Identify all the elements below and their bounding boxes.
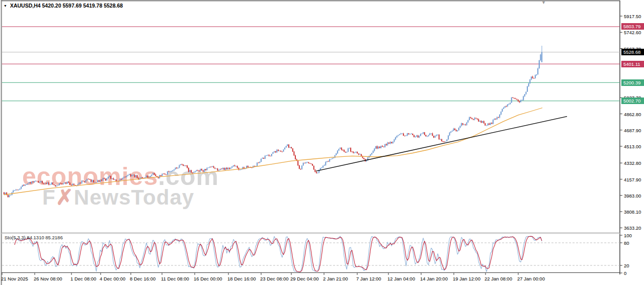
chart-shift-marker-icon[interactable]: ▼ (541, 0, 546, 5)
price-tick-label: 5917.50 (624, 14, 641, 19)
date-label: 22 Jan 08:00 (485, 276, 512, 281)
date-label: 21 Nov 2025 (1, 276, 28, 281)
date-label: 18 Dec 16:00 (227, 276, 256, 281)
date-label: 8 Dec 16:00 (130, 276, 155, 281)
candles-layer (4, 46, 542, 198)
price-tick-label: 3633.20 (624, 225, 641, 231)
price-level-badge: 5528.68 (621, 49, 644, 55)
date-label: 12 Jan 04:00 (387, 276, 415, 281)
date-label: 11 Dec 08:00 (161, 276, 189, 281)
date-label: 27 Jan 00:00 (517, 276, 545, 281)
date-label: 29 Dec 04:00 (290, 276, 319, 281)
stoch-scale-label: 20 (624, 263, 629, 268)
price-tick-label: 4157.90 (624, 177, 641, 182)
price-tick-label: 3983.00 (624, 193, 641, 199)
symbol-info-bar: ▼ XAUUSD,H4 5420.20 5597.69 5419.78 5528… (4, 3, 123, 9)
price-tick-label: 4513.00 (624, 144, 641, 149)
date-label: 16 Dec 00:00 (194, 276, 222, 281)
date-label: 26 Nov 08:00 (34, 276, 62, 281)
price-tick-label: 4862.80 (624, 112, 641, 117)
price-tick-label: 4332.80 (624, 160, 641, 166)
price-tick-label: 3808.10 (624, 209, 641, 215)
trendline[interactable] (316, 117, 567, 171)
price-level-badge: 5803.79 (621, 23, 644, 30)
stoch-scale-label: 80 (624, 240, 629, 246)
symbol-dropdown-icon[interactable]: ▼ (4, 4, 7, 8)
date-label: 23 Dec 08:00 (260, 276, 289, 281)
date-label: 7 Jan 12:00 (356, 276, 381, 281)
price-tick-label: 4687.90 (624, 128, 641, 133)
stoch-scale-label: 0 (624, 270, 626, 276)
date-label: 14 Jan 20:00 (420, 276, 448, 281)
indicator-label: Sto(5,3,3) 84.1310 85.2186 (5, 235, 63, 240)
price-level-badge: 5200.39 (621, 79, 644, 86)
date-label: 4 Dec 00:00 (100, 276, 125, 281)
symbol-ohlc-text: XAUUSD,H4 5420.20 5597.69 5419.78 5528.6… (10, 3, 123, 9)
price-chart-canvas[interactable] (0, 0, 644, 285)
date-label: 1 Dec 08:00 (70, 276, 96, 281)
price-level-badge: 5401.11 (621, 61, 644, 67)
price-level-badge: 5002.70 (621, 98, 644, 104)
stoch-scale-label: 100 (624, 233, 632, 238)
date-label: 2 Jan 21:00 (323, 276, 348, 281)
price-tick-label: 5742.60 (624, 30, 641, 35)
date-label: 19 Jan 12:00 (453, 276, 480, 281)
stoch-d-line (15, 236, 542, 272)
mt4-chart-window: economies.com F✗NewsToday ▼ XAUUSD,H4 54… (0, 0, 644, 285)
